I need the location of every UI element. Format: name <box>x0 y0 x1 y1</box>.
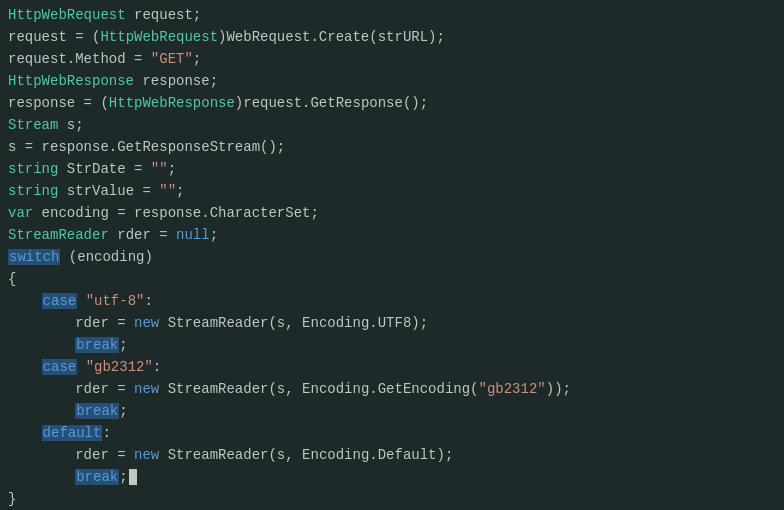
code-line-22: break; <box>8 466 776 488</box>
code-line-8: string StrDate = ""; <box>8 158 776 180</box>
code-line-20: default: <box>8 422 776 444</box>
code-line-17: case "gb2312": <box>8 356 776 378</box>
code-editor: HttpWebRequest request; request = (HttpW… <box>0 0 784 510</box>
code-line-13: { <box>8 268 776 290</box>
code-line-7: s = response.GetResponseStream(); <box>8 136 776 158</box>
code-line-14: case "utf-8": <box>8 290 776 312</box>
code-line-12: switch (encoding) <box>8 246 776 268</box>
code-line-3: request.Method = "GET"; <box>8 48 776 70</box>
code-line-11: StreamReader rder = null; <box>8 224 776 246</box>
code-line-10: var encoding = response.CharacterSet; <box>8 202 776 224</box>
code-line-18: rder = new StreamReader(s, Encoding.GetE… <box>8 378 776 400</box>
code-line-6: Stream s; <box>8 114 776 136</box>
code-line-1: HttpWebRequest request; <box>8 4 776 26</box>
code-line-5: response = (HttpWebResponse)request.GetR… <box>8 92 776 114</box>
code-line-2: request = (HttpWebRequest)WebRequest.Cre… <box>8 26 776 48</box>
code-line-19: break; <box>8 400 776 422</box>
code-line-4: HttpWebResponse response; <box>8 70 776 92</box>
code-line-16: break; <box>8 334 776 356</box>
code-line-21: rder = new StreamReader(s, Encoding.Defa… <box>8 444 776 466</box>
code-line-15: rder = new StreamReader(s, Encoding.UTF8… <box>8 312 776 334</box>
code-line-9: string strValue = ""; <box>8 180 776 202</box>
code-line-23: } <box>8 488 776 510</box>
